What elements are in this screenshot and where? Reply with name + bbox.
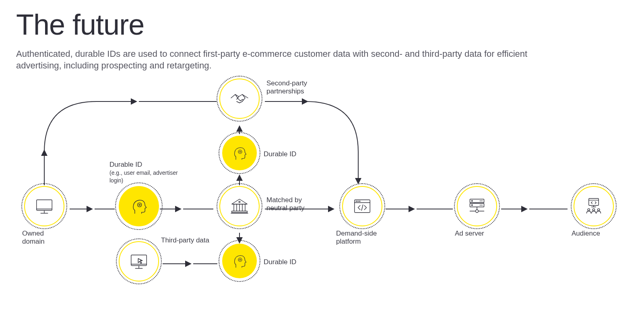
node-neutral-party <box>217 186 262 230</box>
page-title: The future <box>16 8 628 41</box>
node-durable-main <box>117 186 161 230</box>
label-owned-domain: Owned domain <box>22 230 66 245</box>
svg-point-19 <box>356 201 357 202</box>
flow-edges <box>16 75 628 305</box>
label-ad-server: Ad server <box>455 230 499 238</box>
svg-point-1 <box>239 151 241 153</box>
svg-rect-17 <box>355 200 370 213</box>
svg-point-20 <box>358 201 359 202</box>
node-durable-up <box>221 136 258 174</box>
svg-point-39 <box>598 209 600 211</box>
page-subtitle: Authenticated, durable IDs are used to c… <box>16 48 547 71</box>
svg-rect-2 <box>37 200 52 210</box>
label-durable-main: Durable ID (e.g., user email, advertiser… <box>109 161 182 184</box>
label-durable-up: Durable ID <box>264 150 296 158</box>
svg-point-37 <box>588 209 590 211</box>
label-dsp: Demand-side platform <box>336 230 388 245</box>
handshake-icon <box>219 79 260 119</box>
node-third-party <box>117 241 161 285</box>
label-audience: Audience <box>572 230 616 238</box>
svg-rect-42 <box>131 255 147 265</box>
node-durable-down <box>221 244 258 281</box>
svg-point-38 <box>592 209 594 211</box>
label-durable-down: Durable ID <box>264 258 296 266</box>
label-neutral-party: Matched by neutral party <box>266 196 323 212</box>
node-dsp: Demand-side platform <box>336 186 388 245</box>
node-audience: Audience <box>572 186 616 238</box>
svg-point-26 <box>471 205 473 206</box>
svg-rect-24 <box>470 203 484 207</box>
svg-point-7 <box>139 204 140 205</box>
monitor-icon <box>24 186 64 226</box>
monitor-cursor-icon <box>119 241 159 281</box>
node-owned-domain: Owned domain <box>22 186 66 245</box>
server-icon <box>457 186 497 226</box>
head-icon <box>119 186 159 226</box>
svg-point-25 <box>471 201 473 202</box>
head-icon <box>222 136 257 170</box>
label-durable-main-sub: (e.g., user email, advertiser login) <box>109 170 178 184</box>
node-ad-server: Ad server <box>455 186 499 238</box>
svg-point-30 <box>476 210 479 213</box>
svg-point-41 <box>239 259 241 261</box>
label-durable-main-title: Durable ID <box>109 161 142 168</box>
label-second-party: Second-party partnerships <box>266 79 331 95</box>
svg-point-16 <box>239 201 240 203</box>
svg-point-6 <box>138 203 142 207</box>
svg-point-21 <box>359 201 360 202</box>
svg-rect-14 <box>232 211 248 213</box>
svg-rect-23 <box>470 199 484 203</box>
svg-line-22 <box>361 205 363 211</box>
head-icon <box>222 244 257 278</box>
bank-icon <box>219 186 260 226</box>
svg-rect-33 <box>589 199 599 206</box>
label-third-party: Third-party data <box>161 236 209 244</box>
svg-point-0 <box>238 150 242 154</box>
flow-diagram: Second-party partnerships Durable ID <box>16 75 628 305</box>
browser-code-icon <box>342 186 382 226</box>
svg-point-40 <box>238 258 242 262</box>
node-second-party <box>217 79 262 122</box>
audience-icon <box>574 186 614 226</box>
